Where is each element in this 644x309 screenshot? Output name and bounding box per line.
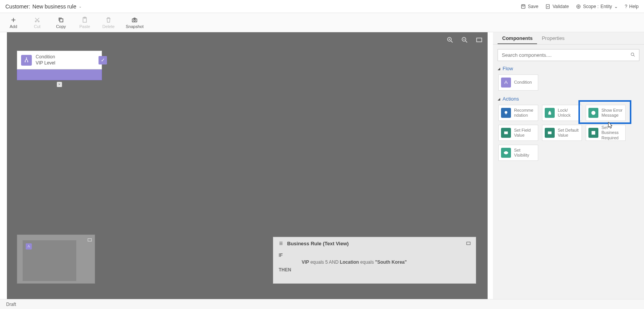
search-icon[interactable] <box>630 52 636 58</box>
condition-node[interactable]: Condition VIP Level ✓ ✕ <box>17 51 102 80</box>
svg-point-11 <box>134 19 136 21</box>
paste-icon <box>81 17 88 23</box>
close-icon[interactable]: ✕ <box>57 82 62 87</box>
validate-icon <box>545 4 550 9</box>
minimap[interactable] <box>17 235 95 284</box>
lock-icon <box>545 108 555 118</box>
tab-properties[interactable]: Properties <box>537 32 569 44</box>
section-flow[interactable]: ◢ Flow <box>498 66 639 71</box>
action-components: Recomme ndation Lock/ Unlock Show Error … <box>498 105 639 161</box>
scope-icon <box>576 4 581 9</box>
plus-icon <box>10 17 17 23</box>
flow-components: Condition <box>498 74 639 91</box>
branch-icon <box>501 78 511 88</box>
copy-button[interactable]: Copy <box>54 17 67 29</box>
side-panel: Components Properties ◢ Flow Condition ◢… <box>493 32 644 299</box>
main-area: Condition VIP Level ✓ ✕ Busi <box>0 32 644 299</box>
svg-point-6 <box>38 21 39 22</box>
side-tabs: Components Properties <box>493 32 644 45</box>
svg-rect-18 <box>88 239 91 241</box>
svg-rect-27 <box>548 133 551 134</box>
lightbulb-icon <box>501 108 511 118</box>
section-actions[interactable]: ◢ Actions <box>498 96 639 102</box>
svg-point-15 <box>26 57 27 58</box>
page-title[interactable]: Customer: New business rule ⌄ <box>5 3 82 10</box>
required-icon <box>588 128 598 138</box>
search-input[interactable] <box>498 49 639 61</box>
eye-icon <box>501 148 511 158</box>
trash-icon <box>105 17 112 23</box>
cut-icon <box>34 17 41 23</box>
svg-rect-7 <box>60 19 63 22</box>
scope-dropdown[interactable]: Scope : Entity ⌄ <box>576 4 618 9</box>
text-view-panel: Business Rule (Text View) IF VIP equals … <box>273 237 476 284</box>
camera-icon <box>131 17 138 23</box>
delete-button[interactable]: Delete <box>102 17 115 29</box>
cut-button[interactable]: Cut <box>31 17 44 29</box>
paste-button[interactable]: Paste <box>78 17 91 29</box>
minimap-node-icon <box>26 243 32 250</box>
header-actions: Save Validate Scope : Entity ⌄ ? Help <box>521 4 639 9</box>
component-set-default-value[interactable]: Set Default Value <box>542 125 582 141</box>
svg-point-4 <box>578 6 579 7</box>
page-header: Customer: New business rule ⌄ Save Valid… <box>0 0 644 13</box>
help-button[interactable]: ? Help <box>625 4 639 9</box>
fit-icon <box>475 36 483 44</box>
rule-name: New business rule <box>33 3 76 10</box>
component-lock-unlock[interactable]: Lock/ Unlock <box>542 105 582 121</box>
text-view-body: IF VIP equals 5 AND Location equals "Sou… <box>273 250 476 283</box>
check-icon[interactable]: ✓ <box>99 56 107 64</box>
svg-point-17 <box>27 61 28 62</box>
svg-point-20 <box>631 53 634 55</box>
branch-icon <box>21 55 32 66</box>
error-icon <box>588 108 598 118</box>
svg-point-16 <box>25 61 26 62</box>
node-label: Condition VIP Level <box>36 54 98 66</box>
canvas[interactable]: Condition VIP Level ✓ ✕ Busi <box>7 32 488 299</box>
chevron-down-icon: ⌄ <box>614 4 618 9</box>
help-icon: ? <box>625 4 628 9</box>
svg-rect-14 <box>476 38 481 42</box>
svg-rect-22 <box>549 112 551 114</box>
rule-text: VIP equals 5 AND Location equals "South … <box>279 259 470 265</box>
entity-label: Customer: <box>5 3 30 10</box>
chevron-down-icon[interactable]: ⌄ <box>79 4 82 8</box>
node-header[interactable]: Condition VIP Level ✓ <box>17 51 102 69</box>
zoom-in-icon <box>446 36 454 44</box>
fit-to-screen-button[interactable] <box>475 36 483 44</box>
component-show-error[interactable]: Show Error Message <box>586 105 626 121</box>
if-keyword: IF <box>279 253 470 258</box>
component-set-required[interactable]: Set Business Required <box>586 125 626 141</box>
tab-components[interactable]: Components <box>498 32 537 44</box>
svg-rect-0 <box>521 5 525 8</box>
component-recommendation[interactable]: Recomme ndation <box>498 105 538 121</box>
then-keyword: THEN <box>279 267 470 273</box>
field-icon <box>501 128 511 138</box>
node-body[interactable] <box>17 69 102 80</box>
search-box <box>498 49 639 61</box>
copy-icon <box>58 17 64 23</box>
expand-icon[interactable] <box>466 241 471 246</box>
list-icon <box>278 240 284 246</box>
svg-point-5 <box>35 21 36 22</box>
component-condition[interactable]: Condition <box>498 74 538 91</box>
svg-rect-26 <box>548 132 551 132</box>
text-view-header[interactable]: Business Rule (Text View) <box>273 237 476 250</box>
status-bar: Draft <box>0 299 644 309</box>
zoom-in-button[interactable] <box>446 36 454 44</box>
svg-rect-25 <box>504 133 508 134</box>
save-button[interactable]: Save <box>521 4 538 9</box>
zoom-out-button[interactable] <box>461 36 468 44</box>
component-set-field-value[interactable]: Set Field Value <box>498 125 538 141</box>
svg-rect-19 <box>467 242 470 245</box>
svg-rect-1 <box>522 5 524 6</box>
add-button[interactable]: Add <box>7 17 20 29</box>
validate-button[interactable]: Validate <box>545 4 568 9</box>
svg-point-21 <box>505 111 507 114</box>
expand-icon[interactable] <box>87 237 92 243</box>
canvas-controls <box>446 36 483 44</box>
snapshot-button[interactable]: Snapshot <box>126 17 143 29</box>
minimap-viewport[interactable] <box>23 240 76 281</box>
component-set-visibility[interactable]: Set Visibility <box>498 145 538 161</box>
svg-rect-24 <box>504 132 508 132</box>
